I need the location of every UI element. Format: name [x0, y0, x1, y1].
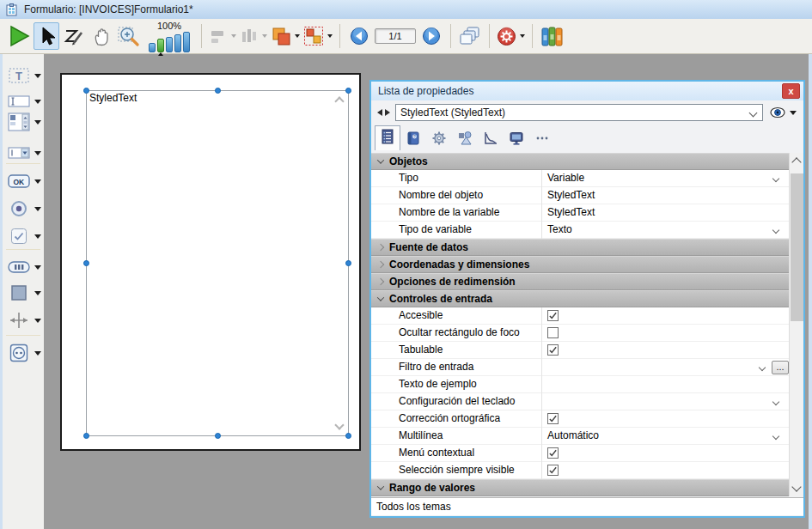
checkbox-tool[interactable] — [7, 225, 43, 247]
selection-handle[interactable] — [83, 88, 89, 94]
books-icon — [540, 26, 563, 47]
checkbox[interactable] — [547, 465, 559, 476]
pen-z-icon — [64, 27, 84, 46]
layers-icon — [271, 26, 291, 46]
group-button[interactable] — [302, 22, 333, 50]
scrollbar-down-icon[interactable] — [791, 482, 801, 491]
section-header-opciones-de-redimensi-n[interactable]: Opciones de redimensión — [371, 273, 791, 290]
selection-handle[interactable] — [345, 433, 351, 439]
page-indicator[interactable]: 1/1 — [375, 28, 416, 44]
section-header-coordenadas-y-dimensiones[interactable]: Coordenadas y dimensiones — [371, 256, 791, 273]
ellipsis-button[interactable]: ... — [772, 361, 789, 374]
property-value[interactable]: Texto — [541, 222, 791, 239]
selection-handle[interactable] — [345, 88, 351, 94]
tab-more[interactable] — [529, 128, 555, 150]
section-header-objetos[interactable]: Objetos — [371, 153, 791, 170]
tab-settings[interactable] — [426, 128, 452, 150]
object-selector-combobox[interactable]: StyledText (StyledText) — [395, 104, 763, 121]
tab-objects[interactable] — [452, 128, 478, 150]
property-row-men-contextual: Menú contextual — [371, 445, 791, 462]
property-row-texto-de-ejemplo: Texto de ejemplo — [371, 376, 791, 393]
property-value[interactable]: Automático — [541, 428, 791, 445]
next-page-button[interactable] — [418, 22, 444, 50]
next-object-icon[interactable] — [385, 109, 390, 116]
property-value[interactable] — [541, 359, 791, 376]
property-value[interactable] — [541, 376, 791, 393]
distribute-icon — [240, 27, 259, 46]
chevron-right-icon — [377, 278, 384, 285]
button-tool[interactable]: OK — [7, 170, 43, 192]
library-button[interactable] — [539, 22, 565, 50]
scroll-up-icon — [334, 96, 344, 106]
display-options-button[interactable] — [457, 22, 483, 50]
property-row-tabulable: Tabulable — [371, 342, 791, 359]
selection-handle[interactable] — [345, 260, 351, 266]
tab-property-list[interactable] — [375, 125, 400, 150]
property-value[interactable]: StyledText — [541, 187, 791, 204]
form-window-icon — [5, 3, 18, 16]
checkbox[interactable] — [547, 310, 559, 321]
tab-display[interactable] — [504, 128, 529, 150]
tab-events[interactable] — [478, 128, 504, 150]
text-tool[interactable]: T — [7, 64, 43, 87]
group-icon — [303, 26, 324, 46]
selection-handle[interactable] — [215, 88, 221, 94]
execute-form-button[interactable] — [6, 22, 32, 50]
listbox-tool[interactable] — [7, 111, 43, 133]
section-header-rango-de-valores[interactable]: Rango de valores — [371, 479, 791, 496]
panel-titlebar[interactable]: Lista de propiedades x — [371, 82, 803, 100]
checkbox[interactable] — [547, 344, 559, 356]
insert-button[interactable] — [496, 22, 526, 50]
close-button[interactable]: x — [782, 83, 800, 99]
previous-page-button[interactable] — [346, 22, 372, 50]
checkbox[interactable] — [547, 327, 559, 338]
styled-text-object-label: StyledText — [89, 92, 137, 104]
zoom-level-control[interactable]: 100% — [148, 19, 191, 53]
chevron-right-icon — [377, 261, 384, 268]
radio-tool[interactable] — [7, 198, 43, 220]
input-tool[interactable] — [7, 90, 43, 112]
dropdown-arrow-icon — [34, 179, 41, 184]
visibility-menu-button[interactable] — [770, 106, 797, 119]
selection-handle[interactable] — [215, 433, 221, 439]
entry-order-tool-button[interactable] — [61, 22, 87, 50]
tab-data[interactable]: ? — [400, 128, 426, 150]
pan-tool-button[interactable] — [89, 22, 114, 50]
play-icon — [7, 25, 31, 47]
level-button[interactable] — [270, 22, 301, 50]
checkbox[interactable] — [547, 447, 559, 459]
section-header-fuente-de-datos[interactable]: Fuente de datos — [371, 239, 791, 256]
rectangle-tool[interactable] — [7, 282, 43, 304]
property-value[interactable]: Variable — [541, 170, 791, 187]
theme-filter-label: Todos los temas — [376, 501, 451, 513]
select-tool-button[interactable] — [34, 22, 59, 50]
styled-text-object[interactable]: StyledText — [86, 90, 349, 436]
property-value[interactable]: StyledText — [541, 204, 791, 222]
form-canvas-window[interactable]: StyledText — [60, 73, 361, 451]
tab-more-icon — [534, 131, 550, 149]
property-row-nombre-del-objeto: Nombre del objetoStyledText — [371, 187, 791, 204]
section-header-controles-de-entrada[interactable]: Controles de entrada — [371, 290, 791, 307]
hand-icon — [92, 27, 112, 46]
property-row-tipo-de-variable: Tipo de variableTexto — [371, 222, 791, 239]
property-row-selecci-n-siempre-visible: Selección siempre visible — [371, 462, 791, 479]
object-nav-arrows[interactable] — [377, 109, 390, 116]
combobox-tool[interactable] — [7, 142, 43, 164]
tab-control-tool[interactable] — [7, 256, 43, 278]
panel-status-bar[interactable]: Todos los temas — [371, 497, 803, 515]
tab-chart-icon — [483, 131, 498, 149]
plugin-tool[interactable] — [7, 342, 43, 364]
checkbox[interactable] — [547, 413, 559, 424]
zoom-tool-button[interactable] — [116, 22, 142, 50]
previous-object-icon[interactable] — [377, 109, 382, 116]
panel-scrollbar[interactable] — [789, 153, 803, 496]
selection-handle[interactable] — [83, 260, 89, 266]
scrollbar-up-icon[interactable] — [791, 157, 801, 167]
property-label: Tipo de variable — [399, 222, 536, 239]
property-value[interactable] — [541, 393, 791, 410]
rectangle-icon — [7, 283, 31, 303]
selection-handle[interactable] — [83, 433, 89, 439]
scrollbar-thumb[interactable] — [791, 173, 803, 321]
window-title: Formulario: [INVOICES]Formulario1* — [24, 3, 193, 15]
splitter-tool[interactable] — [7, 309, 43, 331]
